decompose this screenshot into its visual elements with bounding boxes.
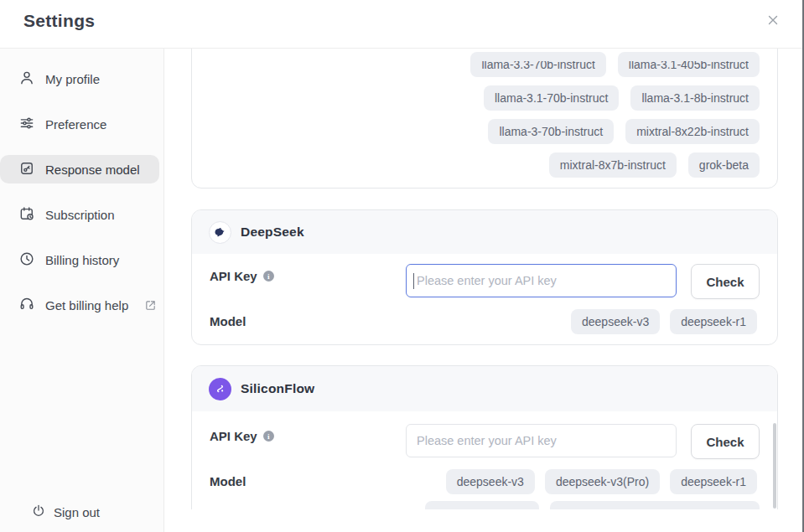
sidebar-item-label: My profile xyxy=(45,72,100,86)
calendar-clock-icon xyxy=(18,205,35,225)
sidebar: My profile Preference Response model Sub… xyxy=(0,48,164,532)
model-chip[interactable]: deepseek-r1 xyxy=(670,309,757,334)
model-chip-row: llama-3-70b-instruct mixtral-8x22b-instr… xyxy=(488,119,760,144)
deepseek-whale-icon xyxy=(209,221,231,244)
response-model-icon xyxy=(18,160,35,179)
sidebar-item-label: Get billing help xyxy=(45,298,128,312)
modal-header: Settings xyxy=(0,0,802,49)
model-chip[interactable]: deepseek-r1 xyxy=(670,469,757,494)
model-chip[interactable]: deepseek-v3(Pro) xyxy=(545,469,660,494)
model-chip-row-partial xyxy=(425,501,760,509)
check-button[interactable]: Check xyxy=(691,424,760,459)
sidebar-item-label: Billing history xyxy=(45,253,119,267)
check-button[interactable]: Check xyxy=(691,264,760,299)
model-chip-row: llama-3.3-70b-instruct llama-3.1-405b-in… xyxy=(470,52,760,77)
api-key-label: API Key i xyxy=(210,429,274,443)
siliconflow-icon xyxy=(209,378,231,400)
model-chip[interactable]: deepseek-v3 xyxy=(571,309,660,334)
sidebar-item-label: Preference xyxy=(45,117,106,132)
sign-out-label: Sign out xyxy=(54,505,100,519)
provider-name: SiliconFlow xyxy=(241,381,314,396)
page-title: Settings xyxy=(23,11,95,31)
sidebar-item-label: Subscription xyxy=(45,208,115,222)
sidebar-item-get-billing-help[interactable]: Get billing help xyxy=(0,291,159,319)
model-label: Model xyxy=(210,314,246,328)
partial-chip[interactable] xyxy=(425,501,539,509)
model-chip[interactable]: mixtral-8x7b-instruct xyxy=(549,152,677,178)
sidebar-item-billing-history[interactable]: Billing history xyxy=(0,245,159,274)
headset-icon xyxy=(18,296,35,315)
settings-content-area: llama-3.3-70b-instruct llama-3.1-405b-in… xyxy=(165,48,802,509)
info-icon[interactable]: i xyxy=(263,431,274,442)
model-chip[interactable]: llama-3-70b-instruct xyxy=(488,119,614,144)
provider-card-siliconflow: SiliconFlow API Key i Check Model deepse… xyxy=(191,365,778,509)
settings-modal: Settings My profile Preference Response … xyxy=(0,0,804,532)
external-link-icon xyxy=(144,299,157,312)
provider-card-header: SiliconFlow xyxy=(192,366,777,411)
sidebar-item-subscription[interactable]: Subscription xyxy=(0,200,159,229)
provider-card-partial: llama-3.3-70b-instruct llama-3.1-405b-in… xyxy=(191,48,778,189)
sidebar-item-response-model[interactable]: Response model xyxy=(0,155,159,183)
provider-card-header: DeepSeek xyxy=(192,210,777,254)
api-key-label: API Key i xyxy=(210,269,274,283)
model-chip[interactable]: grok-beta xyxy=(688,152,760,178)
provider-card-deepseek: DeepSeek API Key i Check Model deepseek-… xyxy=(191,209,778,345)
close-icon[interactable] xyxy=(765,13,781,28)
model-chip-row: deepseek-v3 deepseek-r1 xyxy=(571,309,757,334)
clock-icon xyxy=(18,251,35,270)
model-chip-row: mixtral-8x7b-instruct grok-beta xyxy=(549,152,760,178)
sign-out-button[interactable]: Sign out xyxy=(31,504,100,521)
api-key-input[interactable] xyxy=(406,264,677,297)
model-chip[interactable]: llama-3.1-405b-instruct xyxy=(618,52,760,77)
info-icon[interactable]: i xyxy=(263,271,274,281)
model-chip[interactable]: llama-3.1-70b-instruct xyxy=(484,85,619,111)
provider-name: DeepSeek xyxy=(241,225,304,240)
model-chip-row: llama-3.1-70b-instruct llama-3.1-8b-inst… xyxy=(484,85,760,111)
text-caret xyxy=(413,273,414,289)
sidebar-item-label: Response model xyxy=(45,163,140,177)
sliders-icon xyxy=(18,115,35,134)
api-key-input[interactable] xyxy=(406,424,677,457)
model-chip[interactable]: llama-3.3-70b-instruct xyxy=(470,52,605,77)
model-chip[interactable]: deepseek-v3 xyxy=(446,469,535,494)
scrollbar-thumb[interactable] xyxy=(773,423,776,509)
model-chip-row: deepseek-v3 deepseek-v3(Pro) deepseek-r1 xyxy=(446,469,757,494)
model-label: Model xyxy=(210,474,246,488)
power-icon xyxy=(31,504,46,521)
user-icon xyxy=(18,70,35,89)
model-chip[interactable]: llama-3.1-8b-instruct xyxy=(630,85,760,111)
sidebar-item-preference[interactable]: Preference xyxy=(0,110,159,138)
sidebar-item-my-profile[interactable]: My profile xyxy=(0,65,159,93)
partial-chip[interactable] xyxy=(550,501,760,509)
model-chip[interactable]: mixtral-8x22b-instruct xyxy=(625,119,760,144)
